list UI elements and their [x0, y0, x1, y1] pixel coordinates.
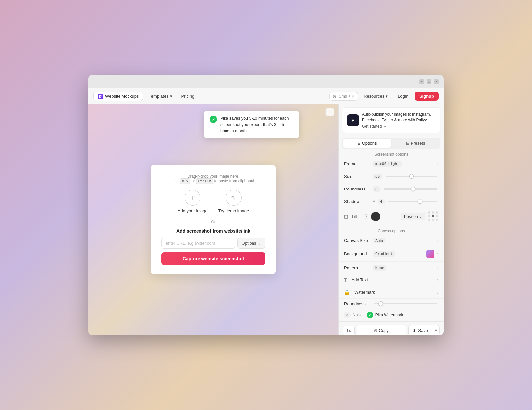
logo-label: Website Mockups [105, 94, 139, 99]
noise-x-icon: ✕ [344, 312, 351, 318]
nav-pricing[interactable]: Pricing [178, 92, 198, 100]
add-text-label: Add Text [352, 278, 378, 282]
position-dot [432, 219, 434, 221]
shadow-value: 4 [378, 199, 385, 204]
position-dot [436, 219, 438, 221]
roundness-slider[interactable] [384, 188, 437, 190]
canvas-size-row: Canvas Size Auto › [339, 235, 444, 247]
tilt-position-row: ◱ Tilt ? Position ⌄ [339, 208, 444, 225]
frame-label: Frame [344, 161, 370, 166]
pattern-label: Pattern [344, 265, 370, 270]
capture-button[interactable]: Capture website screenshot [161, 252, 265, 265]
size-label: Size [344, 174, 370, 179]
add-text-chevron-icon[interactable]: › [437, 278, 439, 283]
try-demo-button[interactable]: ↖ Try demo image [218, 190, 249, 213]
search-icon: ⌘ [333, 94, 337, 99]
canvas-size-value: Auto [373, 238, 385, 243]
tab-options[interactable]: ⊞ Options [343, 139, 391, 148]
bottom-bar: 1x ⎘ Copy ⬇ Save ▾ [339, 321, 444, 335]
pika-watermark-toggle[interactable]: ✓ Pika Watermark [367, 312, 403, 318]
noise-watermark-row: ✕ Noise ✓ Pika Watermark [339, 309, 444, 321]
upload-dialog: Drag-n-drop your image here, use ⌘+V or … [151, 165, 276, 274]
tilt-control[interactable] [371, 212, 380, 221]
pattern-value: None [373, 265, 386, 271]
background-value: Gradient [373, 251, 395, 257]
noise-toggle[interactable]: ✕ Noise [344, 312, 363, 318]
screenshot-options-label: Screenshot options [339, 149, 444, 158]
frame-option-row: Frame macOS Light › [339, 158, 444, 170]
tab-presets[interactable]: ⊟ Presets [392, 139, 440, 148]
minimize-button[interactable]: − [419, 79, 424, 84]
size-value: 60 [373, 174, 382, 179]
size-option-row: Size 60 [339, 170, 444, 183]
tilt-icon: ◱ [344, 214, 348, 219]
notification-toast: ✓ Pika saves you 5-10 minutes for each s… [204, 111, 299, 138]
kbd-cmd-v: ⌘+V [180, 178, 190, 184]
size-slider[interactable] [386, 176, 437, 177]
pattern-chevron-icon[interactable]: › [437, 265, 439, 270]
panel-tabs: ⊞ Options ⊟ Presets [342, 138, 440, 149]
signup-button[interactable]: Signup [415, 92, 439, 101]
position-dot [436, 211, 438, 214]
login-button[interactable]: Login [394, 92, 412, 100]
shadow-label: Shadow [344, 199, 370, 204]
position-dot [436, 215, 438, 217]
save-button[interactable]: ⬇ Save [408, 325, 432, 335]
position-button[interactable]: Position ⌄ [401, 213, 425, 220]
watermark-row[interactable]: 🔒 Watermark › [339, 286, 444, 299]
position-grid[interactable] [428, 211, 439, 222]
search-button[interactable]: ⌘ Cmd + K [329, 92, 358, 101]
position-dot [428, 215, 430, 217]
canvas-toolbar: ... [325, 108, 334, 116]
app-window: − □ × Website Mockups Templates ▾ Pricin… [88, 75, 444, 335]
text-icon: T [344, 278, 347, 283]
watermark-roundness-slider[interactable] [374, 303, 437, 304]
nav-templates[interactable]: Templates ▾ [146, 92, 175, 100]
watermark-icon: 🔒 [344, 290, 350, 295]
frame-value: macOS Light [373, 161, 402, 167]
promo-content: Auto-publish your images to Instagram, F… [362, 112, 436, 129]
tilt-help-icon[interactable]: ? [364, 214, 368, 219]
titlebar: − □ × [88, 75, 444, 88]
frame-chevron-icon[interactable]: › [437, 161, 439, 166]
watermark-roundness-label: Roundness [344, 301, 370, 306]
shadow-chevron-icon[interactable]: ▾ [373, 199, 375, 204]
url-options-button[interactable]: Options ⌄ [237, 238, 265, 249]
or-divider: Or [161, 220, 265, 224]
shadow-slider[interactable] [388, 201, 437, 202]
pallyy-logo: P [347, 114, 359, 126]
watermark-label: Watermark [354, 290, 381, 295]
chevron-down-icon: ▾ [170, 94, 172, 99]
add-text-row[interactable]: T Add Text › [339, 274, 444, 286]
canvas-menu-button[interactable]: ... [325, 108, 334, 116]
cursor-icon: ↖ [226, 190, 242, 206]
save-dropdown-button[interactable]: ▾ [432, 325, 440, 335]
close-button[interactable]: × [434, 79, 439, 84]
main-layout: ... ✓ Pika saves you 5-10 minutes for ea… [88, 104, 444, 335]
right-panel: P Auto-publish your images to Instagram,… [338, 104, 444, 335]
add-image-icon: ＋ [185, 190, 200, 206]
promo-link[interactable]: Get started → [362, 124, 387, 129]
screenshot-section-title: Add screenshot from website/link [161, 228, 265, 234]
position-dot [428, 219, 430, 221]
logo-button[interactable]: Website Mockups [93, 92, 143, 101]
url-input-row: Options ⌄ [161, 238, 265, 249]
background-label: Background [344, 251, 370, 256]
maximize-button[interactable]: □ [427, 79, 431, 84]
background-preview[interactable] [426, 250, 434, 258]
shadow-option-row: Shadow ▾ 4 [339, 195, 444, 208]
canvas-size-chevron-icon[interactable]: › [437, 238, 439, 243]
add-image-button[interactable]: ＋ Add your image [178, 190, 208, 213]
watermark-chevron-icon[interactable]: › [437, 290, 439, 295]
background-chevron-icon[interactable]: › [437, 251, 439, 257]
canvas-area: ... ✓ Pika saves you 5-10 minutes for ea… [88, 104, 338, 335]
canvas-options-label: Canvas options [339, 225, 444, 235]
toast-check-icon: ✓ [210, 116, 217, 123]
url-input[interactable] [161, 238, 235, 249]
multiplier-button[interactable]: 1x [343, 326, 355, 335]
watermark-roundness-row: Roundness [339, 299, 444, 309]
copy-button[interactable]: ⎘ Copy [357, 325, 407, 335]
kbd-ctrl-v: Ctrl+V [196, 178, 213, 184]
nav-resources[interactable]: Resources ▾ [360, 92, 391, 100]
upload-actions: ＋ Add your image ↖ Try demo image [161, 190, 265, 213]
